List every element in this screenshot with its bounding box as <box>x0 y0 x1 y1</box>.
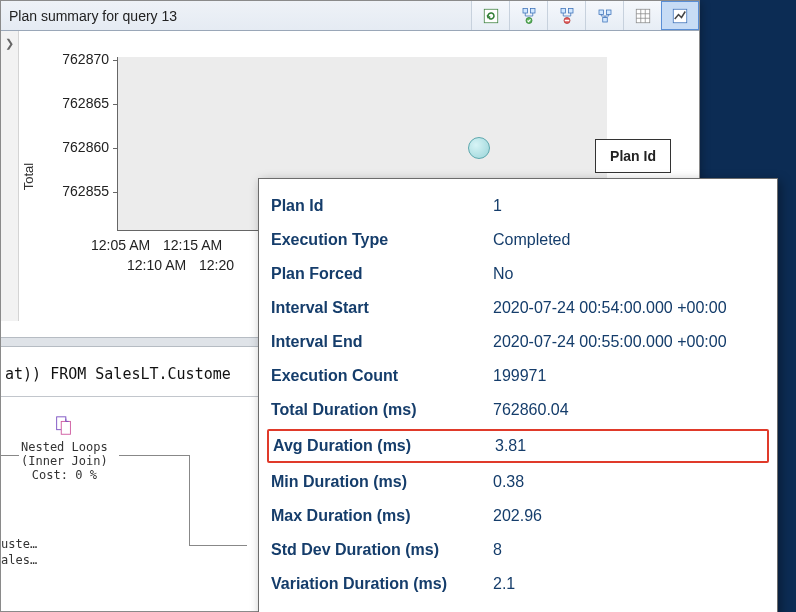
sql-fragment: at)) FROM SalesLT.Custome <box>5 365 231 383</box>
plan-node-cost: Cost: 0 % <box>21 468 108 482</box>
ytick: 762860 <box>39 139 109 155</box>
window-title: Plan summary for query 13 <box>9 8 177 24</box>
tooltip-row: Min Duration (ms)0.38 <box>271 465 765 499</box>
tooltip-value: 2.1 <box>493 575 515 593</box>
svg-rect-10 <box>602 17 607 22</box>
y-axis-label-container: Total <box>19 31 39 321</box>
svg-rect-11 <box>636 9 650 23</box>
tooltip-value: Completed <box>493 231 570 249</box>
tooltip-label: Interval End <box>271 333 493 351</box>
tooltip-label: Avg Duration (ms) <box>273 437 495 455</box>
tooltip-value: 0.38 <box>493 473 524 491</box>
tooltip-label: Execution Type <box>271 231 493 249</box>
tooltip-label: Min Duration (ms) <box>271 473 493 491</box>
trace-toggle-button[interactable] <box>509 1 547 30</box>
svg-rect-1 <box>523 8 528 13</box>
tooltip-label: Variation Duration (ms) <box>271 575 493 593</box>
collapse-handle[interactable]: ❯ <box>1 31 19 321</box>
tooltip-label: Total Duration (ms) <box>271 401 493 419</box>
tooltip-label: Interval Start <box>271 299 493 317</box>
tooltip-label: Execution Count <box>271 367 493 385</box>
svg-rect-9 <box>606 10 611 15</box>
tooltip-value: No <box>493 265 513 283</box>
tooltip-value: 3.81 <box>495 437 526 455</box>
tooltip-row: Execution TypeCompleted <box>271 223 765 257</box>
chart-view-button[interactable] <box>661 1 699 30</box>
tooltip-value: 2020-07-24 00:55:00.000 +00:00 <box>493 333 727 351</box>
data-point[interactable] <box>468 137 490 159</box>
ytick: 762855 <box>39 183 109 199</box>
tooltip-value: 8 <box>493 541 502 559</box>
refresh-button[interactable] <box>471 1 509 30</box>
tooltip-row: Variation Duration (ms)2.1 <box>271 567 765 601</box>
tooltip-label: Plan Forced <box>271 265 493 283</box>
tooltip-row: Max Duration (ms)202.96 <box>271 499 765 533</box>
tooltip-label: Std Dev Duration (ms) <box>271 541 493 559</box>
svg-rect-4 <box>561 8 566 13</box>
plan-node-nested-loops[interactable]: Nested Loops (Inner Join) Cost: 0 % <box>21 415 108 482</box>
plan-leaf: uste… <box>1 537 37 551</box>
legend: Plan Id <box>595 139 671 173</box>
tooltip-label: Max Duration (ms) <box>271 507 493 525</box>
titlebar: Plan summary for query 13 <box>1 1 699 31</box>
xtick: 12:15 AM <box>163 237 222 253</box>
datapoint-tooltip: Plan Id1Execution TypeCompletedPlan Forc… <box>258 178 778 612</box>
plan-node-join: (Inner Join) <box>21 454 108 468</box>
grid-view-button[interactable] <box>623 1 661 30</box>
y-axis-label: Total <box>22 162 37 189</box>
plan-node-op: Nested Loops <box>21 440 108 454</box>
tooltip-label: Plan Id <box>271 197 493 215</box>
tooltip-row: Avg Duration (ms)3.81 <box>267 429 769 463</box>
svg-rect-18 <box>62 421 71 434</box>
trace-toggle-icon <box>520 7 538 25</box>
group-icon <box>596 7 614 25</box>
xtick: 12:10 AM <box>127 257 186 273</box>
chart-view-icon <box>671 7 689 25</box>
grid-view-icon <box>634 7 652 25</box>
toolbar <box>471 1 699 30</box>
tooltip-value: 202.96 <box>493 507 542 525</box>
chevron-right-icon: ❯ <box>5 37 14 50</box>
svg-rect-5 <box>568 8 573 13</box>
tooltip-value: 762860.04 <box>493 401 569 419</box>
svg-rect-7 <box>564 19 569 21</box>
tooltip-row: Std Dev Duration (ms)8 <box>271 533 765 567</box>
group-button[interactable] <box>585 1 623 30</box>
tooltip-row: Plan Id1 <box>271 189 765 223</box>
ytick: 762865 <box>39 95 109 111</box>
tooltip-row: Interval End2020-07-24 00:55:00.000 +00:… <box>271 325 765 359</box>
plan-leaf: ales… <box>1 553 37 567</box>
tooltip-row: Plan ForcedNo <box>271 257 765 291</box>
tooltip-value: 1 <box>493 197 502 215</box>
svg-rect-8 <box>599 10 604 15</box>
nested-loops-icon <box>53 415 75 437</box>
tooltip-value: 199971 <box>493 367 546 385</box>
xtick: 12:20 <box>199 257 234 273</box>
xtick: 12:05 AM <box>91 237 150 253</box>
tooltip-row: Interval Start2020-07-24 00:54:00.000 +0… <box>271 291 765 325</box>
metric-select-button[interactable] <box>547 1 585 30</box>
svg-rect-2 <box>530 8 535 13</box>
refresh-icon <box>482 7 500 25</box>
svg-rect-0 <box>484 9 498 23</box>
tooltip-row: Total Duration (ms)762860.04 <box>271 393 765 427</box>
metric-select-icon <box>558 7 576 25</box>
tooltip-row: Execution Count199971 <box>271 359 765 393</box>
tooltip-value: 2020-07-24 00:54:00.000 +00:00 <box>493 299 727 317</box>
ytick: 762870 <box>39 51 109 67</box>
